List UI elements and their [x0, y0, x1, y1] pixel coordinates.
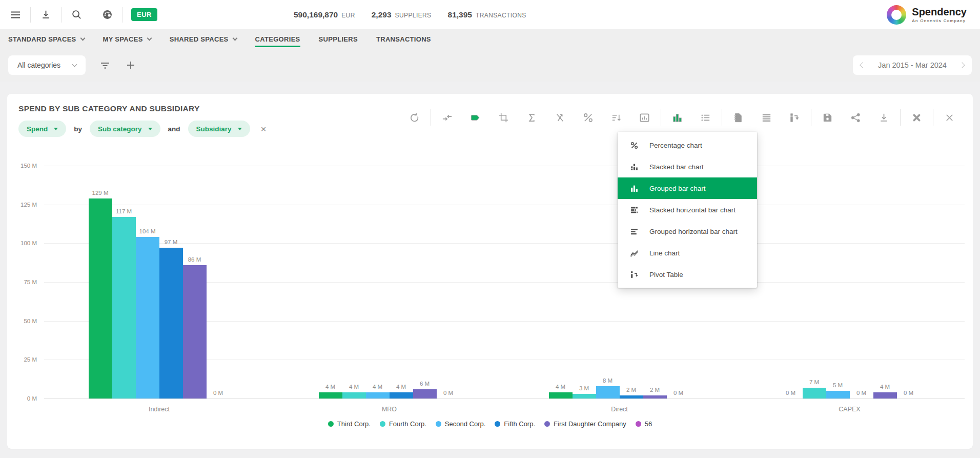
bar-slot: 117 M — [112, 150, 136, 399]
menu-item-stacked-horizontal-bar-chart[interactable]: Stacked horizontal bar chart — [618, 199, 757, 221]
currency-badge[interactable]: EUR — [131, 8, 157, 21]
legend-item[interactable]: Fourth Corp. — [380, 420, 426, 428]
share-button[interactable] — [842, 112, 870, 124]
dimension2-select[interactable]: Subsidiary — [188, 121, 250, 137]
bar-value-label: 7 M — [809, 379, 819, 385]
legend-dot-icon — [636, 421, 641, 427]
crop-button[interactable] — [489, 112, 518, 124]
legend-label: Fourth Corp. — [389, 420, 426, 428]
sort-button[interactable] — [602, 112, 630, 124]
search-button[interactable] — [62, 0, 92, 29]
percent-icon — [630, 141, 640, 149]
menu-item-label: Percentage chart — [649, 142, 702, 149]
chart-bar[interactable] — [413, 389, 437, 399]
menu-item-grouped-bar-chart[interactable]: Grouped bar chart — [618, 177, 757, 199]
filter-button[interactable] — [99, 59, 111, 71]
tab-suppliers[interactable]: SUPPLIERS — [319, 29, 358, 49]
category-select[interactable]: All categories — [8, 55, 86, 75]
chart-legend: Third Corp.Fourth Corp.Second Corp.Fifth… — [7, 420, 973, 428]
chart-bar[interactable] — [159, 248, 183, 399]
tab-categories[interactable]: CATEGORIES — [255, 29, 300, 49]
chart-bar[interactable] — [342, 392, 366, 399]
chevron-left-icon[interactable] — [860, 62, 865, 68]
date-range-picker[interactable]: Jan 2015 - Mar 2024 — [853, 55, 972, 75]
chart-bar[interactable] — [643, 395, 667, 399]
legend-item[interactable]: Third Corp. — [328, 420, 371, 428]
bar-value-label: 4 M — [556, 384, 565, 390]
clear-sort-button[interactable] — [546, 112, 574, 124]
bar-group-capex: 0 M7 M5 M0 M4 M0 MCAPEX — [734, 150, 965, 399]
chart-type-button[interactable] — [663, 112, 691, 124]
menu-item-pivot-table[interactable]: Pivot Table — [618, 264, 757, 285]
tab-shared-spaces[interactable]: SHARED SPACES — [170, 29, 237, 49]
chart-bar[interactable] — [112, 217, 136, 399]
chart-bar[interactable] — [319, 392, 342, 399]
tab-standard-spaces[interactable]: STANDARD SPACES — [8, 29, 85, 49]
download-chart-button[interactable] — [870, 112, 898, 124]
chevron-right-icon[interactable] — [959, 62, 965, 68]
chart-bar[interactable] — [390, 392, 413, 399]
legend-item[interactable]: Fifth Corp. — [495, 420, 535, 428]
list-view-button[interactable] — [691, 112, 720, 124]
stat-value: 81,395 — [448, 10, 472, 19]
legend-item[interactable]: Second Corp. — [436, 420, 486, 428]
close-panel-button[interactable] — [935, 112, 964, 124]
chart-bar[interactable] — [596, 386, 620, 399]
and-label: and — [168, 125, 180, 133]
bar-value-label: 6 M — [420, 381, 430, 387]
menu-button[interactable] — [0, 0, 30, 29]
sum-button[interactable] — [518, 112, 546, 124]
menu-item-line-chart[interactable]: Line chart — [618, 242, 757, 264]
chart-bar[interactable] — [549, 392, 573, 399]
remove-dimension-button[interactable]: × — [261, 124, 267, 134]
chart-bar[interactable] — [183, 265, 207, 399]
chart-bar[interactable] — [136, 237, 159, 399]
bar-slot: 97 M — [159, 150, 183, 399]
legend-dot-icon — [328, 421, 334, 427]
legend-item[interactable]: 56 — [636, 420, 652, 428]
chart-bar[interactable] — [620, 395, 643, 399]
chart-bar[interactable] — [573, 394, 596, 399]
tab-transactions[interactable]: TRANSACTIONS — [376, 29, 431, 49]
chart-bar[interactable] — [366, 392, 390, 399]
bar-slot: 0 M — [437, 150, 460, 399]
menu-item-stacked-bar-chart[interactable]: Stacked bar chart — [618, 156, 757, 177]
rows-icon — [761, 112, 772, 124]
chart-bar[interactable] — [89, 198, 112, 399]
refresh-button[interactable] — [400, 112, 428, 124]
y-tick-label: 50 M — [24, 318, 37, 324]
table-rows-button[interactable] — [752, 112, 781, 124]
filter-bar: All categories Jan 2015 - Mar 2024 — [0, 49, 980, 82]
bar-value-label: 0 M — [904, 390, 913, 396]
chevron-down-icon — [80, 35, 85, 41]
tab-my-spaces[interactable]: MY SPACES — [103, 29, 151, 49]
chart-bar[interactable] — [803, 388, 826, 399]
report-button[interactable] — [724, 112, 752, 124]
stat-label: EUR — [341, 12, 355, 19]
save-button[interactable] — [813, 112, 842, 124]
bar-value-label: 0 M — [213, 390, 223, 396]
add-chart-button[interactable] — [125, 59, 137, 71]
pivot-button[interactable] — [781, 112, 809, 124]
grouped-bar-icon — [630, 184, 640, 192]
collapse-button[interactable] — [433, 112, 461, 124]
chart-bar[interactable] — [826, 391, 850, 399]
export-button[interactable] — [31, 0, 61, 29]
bar-slot: 4 M — [319, 150, 342, 399]
dimension1-select[interactable]: Sub category — [90, 121, 160, 137]
chart-frame-button[interactable] — [630, 112, 659, 124]
settings-button[interactable] — [903, 112, 931, 124]
legend-item[interactable]: First Daughter Company — [544, 420, 626, 428]
measure-select[interactable]: Spend — [18, 121, 66, 137]
menu-item-grouped-horizontal-bar-chart[interactable]: Grouped horizontal bar chart — [618, 221, 757, 242]
menu-item-label: Grouped horizontal bar chart — [649, 228, 738, 235]
percentage-button[interactable] — [574, 112, 602, 124]
menu-item-label: Grouped bar chart — [649, 185, 706, 192]
stat-item: 590,169,870EUR — [294, 10, 355, 19]
bar-value-label: 129 M — [92, 190, 109, 196]
label-button[interactable] — [461, 112, 489, 124]
chart-bar[interactable] — [873, 392, 897, 399]
theme-button[interactable] — [92, 0, 122, 29]
caret-down-icon — [238, 128, 242, 130]
menu-item-percentage-chart[interactable]: Percentage chart — [618, 134, 757, 156]
